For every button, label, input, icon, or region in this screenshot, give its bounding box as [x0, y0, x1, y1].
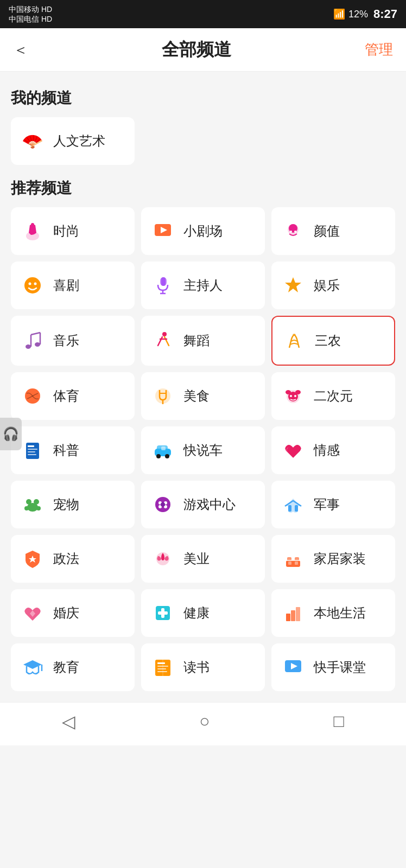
svg-rect-66 [158, 611, 168, 615]
channel-card-tiyu[interactable]: 体育 [11, 372, 135, 420]
channel-card-zhuchiren[interactable]: 主持人 [141, 261, 265, 309]
channel-icon-jiaju [280, 546, 306, 572]
channel-icon-kuaishoutang [280, 654, 306, 680]
channel-icon-yule [280, 272, 306, 298]
channel-card-jiankang[interactable]: 健康 [141, 589, 265, 637]
svg-marker-15 [285, 277, 301, 292]
my-channel-item-0[interactable]: 🪭 人文艺术 [11, 117, 135, 165]
channel-label-zhengfa: 政法 [53, 550, 79, 567]
svg-rect-76 [157, 671, 167, 672]
svg-point-32 [294, 395, 296, 397]
svg-rect-67 [286, 614, 290, 621]
svg-rect-63 [295, 561, 298, 565]
channel-card-kepu[interactable]: 科普 [11, 426, 135, 474]
channel-icon-shishang [20, 218, 46, 244]
channel-card-yanzhi[interactable]: 颜值 [271, 207, 395, 255]
channel-label-erciyuan: 二次元 [314, 387, 353, 405]
svg-point-29 [286, 390, 291, 394]
channel-card-wudao[interactable]: 舞蹈 [141, 316, 265, 366]
svg-rect-62 [288, 561, 291, 565]
time-label: 8:27 [373, 7, 397, 21]
channel-card-qinggan[interactable]: 情感 [271, 426, 395, 474]
svg-point-47 [27, 503, 38, 512]
battery-label: 12% [348, 9, 368, 20]
bottom-navigation: ◁ ○ □ [0, 702, 406, 745]
channel-icon-xiju [20, 272, 46, 298]
svg-rect-75 [157, 668, 166, 669]
channel-card-bendishenghua[interactable]: 本地生活 [271, 589, 395, 637]
channel-card-jiaoyu[interactable]: 教育 [11, 643, 135, 691]
my-channels-title: 我的频道 [11, 88, 395, 108]
status-bar: 中国移动 HD 中国电信 HD 📶 12% 8:27 [0, 0, 406, 28]
floating-headphone-btn[interactable]: 🎧 [0, 418, 22, 450]
channel-card-kuaishuoche[interactable]: 快说车 [141, 426, 265, 474]
channel-card-xiaoJuChang[interactable]: 小剧场 [141, 207, 265, 255]
channel-label-kuaishuoche: 快说车 [183, 442, 223, 459]
channel-card-youxi[interactable]: 游戏中心 [141, 481, 265, 528]
status-right: 📶 12% 8:27 [333, 7, 397, 21]
channel-icon-jiankang [150, 600, 176, 626]
channel-icon-zhuchiren [150, 272, 176, 298]
channel-label-yinyue: 音乐 [53, 332, 79, 349]
manage-button[interactable]: 管理 [365, 40, 393, 59]
channel-label-jiankang: 健康 [183, 604, 210, 622]
channel-icon-renwen: 🪭 [20, 128, 46, 154]
svg-point-16 [26, 344, 31, 349]
svg-rect-54 [288, 505, 291, 512]
svg-rect-42 [161, 446, 166, 450]
channel-icon-meiye [150, 546, 176, 572]
svg-point-31 [290, 395, 292, 397]
svg-rect-35 [28, 449, 37, 450]
channel-icon-sannong [281, 328, 307, 354]
svg-point-7 [294, 231, 296, 233]
recommended-channels-grid: 时尚 小剧场 颜值 喜剧 主持人 [11, 207, 395, 691]
channel-label-meishi: 美食 [183, 387, 210, 405]
svg-point-8 [24, 277, 41, 293]
channel-card-dushu[interactable]: 读书 [141, 643, 265, 691]
channel-card-shishang[interactable]: 时尚 [11, 207, 135, 255]
channel-icon-yanzhi [280, 218, 306, 244]
channel-icon-yinyue [20, 328, 46, 354]
channel-card-zhengfa[interactable]: 政法 [11, 535, 135, 583]
network-icon: 📶 [333, 8, 345, 20]
carrier2-label: 中国电信 HD [9, 14, 52, 24]
svg-point-17 [35, 342, 40, 347]
back-button[interactable]: ＜ [13, 40, 28, 60]
channel-card-meiye[interactable]: 美业 [141, 535, 265, 583]
channel-card-xiju[interactable]: 喜剧 [11, 261, 135, 309]
channel-card-chongwu[interactable]: 宠物 [11, 481, 135, 528]
svg-point-53 [161, 502, 165, 507]
svg-point-30 [295, 390, 301, 394]
svg-point-10 [34, 283, 37, 285]
svg-rect-68 [291, 610, 295, 621]
channel-icon-jiaoyu [20, 654, 46, 680]
channel-card-erciyuan[interactable]: 二次元 [271, 372, 395, 420]
channel-icon-youxi [150, 492, 176, 518]
channel-card-jiaju[interactable]: 家居家装 [271, 535, 395, 583]
channel-card-kuaishoutang[interactable]: 快手课堂 [271, 643, 395, 691]
channel-label-xiaojuchang: 小剧场 [183, 222, 223, 240]
channel-card-junshi[interactable]: 军事 [271, 481, 395, 528]
channel-icon-hunqing [20, 600, 46, 626]
channel-icon-tiyu [20, 383, 46, 409]
channel-label-jiaoyu: 教育 [53, 659, 79, 676]
svg-rect-34 [28, 445, 34, 447]
channel-icon-bendishenghua [280, 600, 306, 626]
channel-label-xiju: 喜剧 [53, 277, 79, 294]
svg-rect-73 [157, 662, 165, 664]
channel-card-hunqing[interactable]: 婚庆 [11, 589, 135, 637]
channel-icon-xiaoJuChang [150, 218, 176, 244]
nav-back-button[interactable]: ◁ [46, 706, 92, 737]
channel-label-qinggan: 情感 [314, 442, 340, 459]
channel-label-kuaishoutang: 快手课堂 [314, 659, 366, 676]
channel-card-yinyue[interactable]: 音乐 [11, 316, 135, 366]
channel-label-meiye: 美业 [183, 550, 210, 567]
channel-label-kepu: 科普 [53, 442, 79, 459]
channel-label-yanzhi: 颜值 [314, 222, 340, 240]
channel-card-meishi[interactable]: 美食 [141, 372, 265, 420]
nav-recent-button[interactable]: □ [318, 706, 360, 737]
nav-home-button[interactable]: ○ [183, 706, 226, 737]
svg-point-40 [156, 454, 161, 458]
channel-card-sannong[interactable]: 三农 [271, 316, 395, 366]
channel-card-yule[interactable]: 娱乐 [271, 261, 395, 309]
